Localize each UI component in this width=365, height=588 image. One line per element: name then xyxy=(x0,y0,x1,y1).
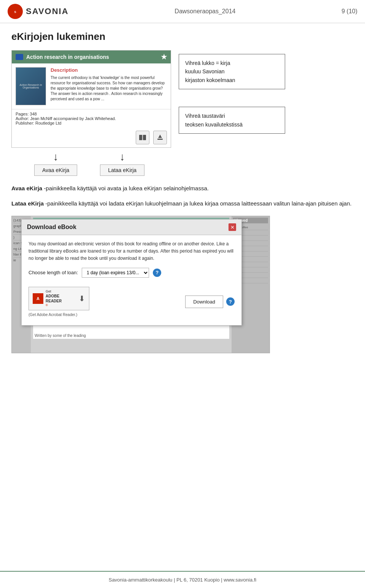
loan-select[interactable]: 1 day (loan expires 13/0... xyxy=(82,268,149,278)
loan-label: Choose length of loan: xyxy=(29,270,78,275)
modal-window: Download eBook ✕ You may download an ele… xyxy=(21,219,242,326)
footer: Savonia-ammattikorkeakoulu | PL 6, 70201… xyxy=(0,571,365,588)
modal-description: You may download an electronic version o… xyxy=(29,240,235,262)
book-publisher: Publisher: Routledge Ltd xyxy=(16,121,167,125)
logo-text: SAVONIA xyxy=(26,6,69,16)
modal-body: You may download an electronic version o… xyxy=(22,235,241,325)
page-title: eKirjojen lukeminen xyxy=(11,31,354,43)
download-desc-bold: Lataa eKirja xyxy=(11,200,44,207)
arrows-section: ↓ Avaa eKirja ↓ Lataa eKirja xyxy=(34,152,354,176)
book-author: Author: Jean McNiff accompanied by Jack … xyxy=(16,116,167,121)
book-card-header: Action research in organisations ★ xyxy=(12,51,171,63)
download-row: A Get ADOBE READER ® ⬇ xyxy=(29,284,235,320)
download-arrow-label: ↓ Lataa eKirja xyxy=(100,152,144,176)
open-arrow-label: ↓ Avaa eKirja xyxy=(34,152,77,176)
svg-rect-5 xyxy=(157,139,163,140)
adobe-subtext: (Get Adobe Acrobat Reader.) xyxy=(29,313,89,317)
download-modal: Download eBook ✕ You may download an ele… xyxy=(21,219,234,326)
book-description: Description The current orthodoxy is tha… xyxy=(51,67,167,105)
modal-close-button[interactable]: ✕ xyxy=(229,223,236,231)
header: S SAVONIA Dawsoneraopas_2014 9 (10) xyxy=(0,0,365,23)
open-book-icon[interactable] xyxy=(136,131,149,144)
page-number: 9 (10) xyxy=(341,8,357,15)
adobe-reader-button[interactable]: A Get ADOBE READER ® ⬇ xyxy=(29,287,89,310)
annotation-1-line2: kuuluu Savonian xyxy=(185,68,225,74)
download-button[interactable]: Download xyxy=(185,296,223,308)
loan-help-button[interactable]: ? xyxy=(153,269,161,277)
open-ebook-button[interactable]: Avaa eKirja xyxy=(34,164,77,176)
annotation-1-line3: kirjaston kokoelmaan xyxy=(185,77,235,83)
download-help-button[interactable]: ? xyxy=(226,297,235,306)
modal-title: Download eBook xyxy=(27,224,76,231)
open-desc-rest: -painikkeella käyttäjä voi avata ja luke… xyxy=(42,185,209,191)
download-desc-rest: -painikkeella käyttäjä voi ladata eKirja… xyxy=(44,200,352,207)
book-desc-title: Description xyxy=(51,67,167,73)
book-card: Action research in organisations ★ Actio… xyxy=(11,50,171,148)
download-book-icon[interactable] xyxy=(153,131,167,144)
savonia-logo-icon: S xyxy=(8,4,23,19)
download-description: Lataa eKirja -painikkeella käyttäjä voi … xyxy=(11,199,354,209)
open-description: Avaa eKirja -painikkeella käyttäjä voi a… xyxy=(11,183,354,193)
blue-box-icon xyxy=(16,54,23,60)
book-card-body: Action Research in Organisations Descrip… xyxy=(12,63,171,109)
annotation-box-2: Vihreä taustaväri teoksen kuvailutekstis… xyxy=(179,107,285,134)
footer-text: Savonia-ammattikorkeakoulu | PL 6, 70201… xyxy=(109,577,257,583)
adobe-text: Get ADOBE READER ® xyxy=(46,289,75,308)
annotation-box-1: Vihreä lukko = kirja kuuluu Savonian kir… xyxy=(179,54,285,89)
adobe-icon: A xyxy=(33,293,43,304)
download-btn-area: Download ? xyxy=(185,296,235,308)
arrow-down-open: ↓ xyxy=(53,152,59,162)
loan-row: Choose length of loan: 1 day (loan expir… xyxy=(29,268,235,278)
book-actions xyxy=(12,128,171,147)
annotation-2-line2: teoksen kuvailutekstissä xyxy=(185,122,243,128)
book-pages: Pages: 348 xyxy=(16,112,167,116)
main-content: eKirjojen lukeminen Action research in o… xyxy=(0,23,365,368)
svg-rect-3 xyxy=(143,135,146,140)
annotation-1-line1: Vihreä lukko = kirja xyxy=(185,60,230,66)
modal-header: Download eBook ✕ xyxy=(22,220,241,235)
adobe-reader-label: ADOBE READER xyxy=(46,294,75,303)
logo-area: S SAVONIA xyxy=(8,4,69,19)
book-desc-text: The current orthodoxy is that 'knowledge… xyxy=(51,75,167,102)
book-meta: Pages: 348 Author: Jean McNiff accompani… xyxy=(12,109,171,128)
book-section-wrapper: Action research in organisations ★ Actio… xyxy=(11,50,354,148)
document-title: Dawsoneraopas_2014 xyxy=(175,8,235,15)
open-desc-bold: Avaa eKirja xyxy=(11,185,42,191)
screenshot-container: (143) graphy Press (9 ) ican So ng Ltd h… xyxy=(11,216,270,353)
screenshot-wrapper: (143) graphy Press (9 ) ican So ng Ltd h… xyxy=(12,216,270,353)
book-card-header-left: Action research in organisations xyxy=(16,54,109,60)
annotation-2-line1: Vihreä taustaväri xyxy=(185,113,225,119)
right-annotations: Vihreä lukko = kirja kuuluu Savonian kir… xyxy=(179,50,285,148)
svg-rect-2 xyxy=(139,135,142,140)
svg-text:A: A xyxy=(36,296,40,301)
book-card-title: Action research in organisations xyxy=(26,54,109,60)
adobe-registered: ® xyxy=(46,303,75,307)
adobe-section: A Get ADOBE READER ® ⬇ xyxy=(29,287,89,317)
download-ebook-button[interactable]: Lataa eKirja xyxy=(100,164,144,176)
book-cover: Action Research in Organisations xyxy=(16,67,46,105)
arrow-down-download: ↓ xyxy=(120,152,125,162)
star-icon: ★ xyxy=(161,53,167,61)
adobe-get-label: Get xyxy=(46,289,75,294)
svg-text:S: S xyxy=(14,10,16,14)
adobe-download-arrow: ⬇ xyxy=(79,294,85,303)
